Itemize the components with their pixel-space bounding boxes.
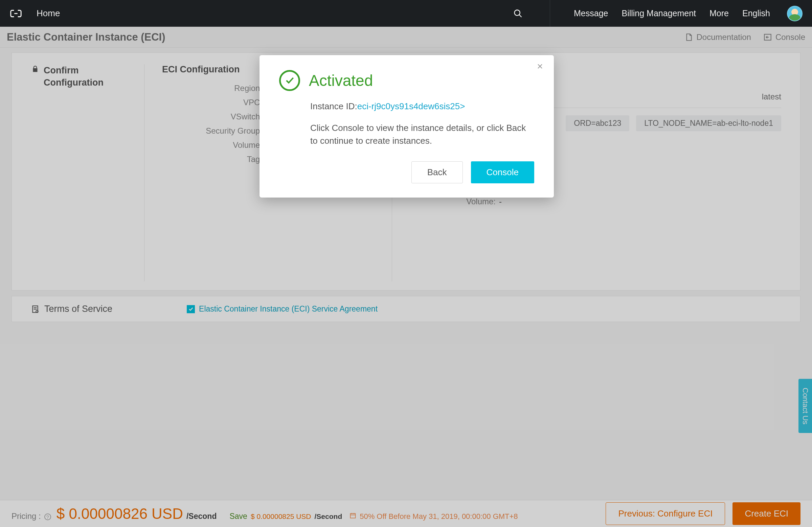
activated-modal: × Activated Instance ID:eci-rj9c0ys91s4d… <box>260 55 554 197</box>
instance-id-label: Instance ID: <box>310 101 357 111</box>
success-check-icon <box>279 70 300 91</box>
nav-more[interactable]: More <box>710 9 729 18</box>
divider <box>550 0 550 27</box>
nav-language[interactable]: English <box>742 9 770 18</box>
search-button[interactable] <box>513 9 523 18</box>
topbar: Home Message Billing Management More Eng… <box>0 0 812 27</box>
modal-description: Click Console to view the instance detai… <box>310 122 534 147</box>
instance-id-link[interactable]: eci-rj9c0ys91s4dew6sis25> <box>357 101 465 111</box>
back-button[interactable]: Back <box>411 161 463 183</box>
nav-billing[interactable]: Billing Management <box>622 9 696 18</box>
modal-title: Activated <box>309 71 373 90</box>
avatar[interactable] <box>787 6 802 21</box>
svg-line-2 <box>519 15 522 17</box>
close-icon[interactable]: × <box>534 61 546 73</box>
console-button[interactable]: Console <box>471 161 534 183</box>
search-icon <box>513 9 523 18</box>
nav-home[interactable]: Home <box>37 8 60 19</box>
nav-message[interactable]: Message <box>574 9 608 18</box>
brand-logo[interactable] <box>10 7 22 20</box>
topbar-right: Message Billing Management More English <box>513 0 802 27</box>
svg-point-1 <box>514 10 520 15</box>
